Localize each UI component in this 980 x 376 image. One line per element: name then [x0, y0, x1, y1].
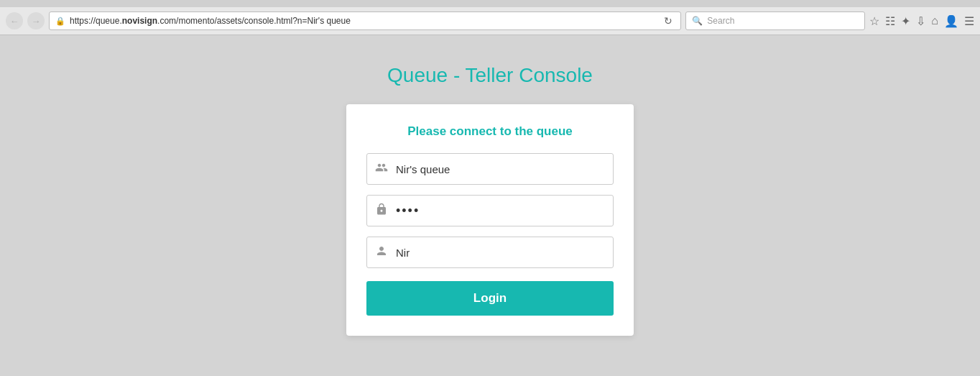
search-icon: 🔍: [692, 16, 703, 26]
browser-toolbar: ← → 🔒 https://queue.novisign.com/momento…: [0, 7, 980, 35]
home-icon[interactable]: ⌂: [931, 14, 938, 27]
back-button[interactable]: ←: [6, 12, 23, 29]
pocket-icon[interactable]: ✦: [901, 14, 910, 28]
bookmark-icon[interactable]: ☆: [869, 14, 879, 28]
name-field-group: [366, 237, 614, 268]
sync-icon[interactable]: 👤: [944, 14, 958, 28]
browser-tabs: [0, 0, 980, 7]
toolbar-icons: ☆ ☷ ✦ ⇩ ⌂ 👤 ☰: [869, 14, 974, 28]
user-icon: [374, 244, 389, 260]
forward-button[interactable]: →: [27, 12, 45, 29]
page-title: Queue - Teller Console: [387, 64, 593, 87]
login-card: Please connect to the queue: [346, 104, 634, 336]
queue-field-group: [366, 153, 614, 185]
queue-icon: [374, 161, 389, 177]
search-placeholder: Search: [707, 16, 734, 26]
page-content: Queue - Teller Console Please connect to…: [0, 35, 980, 376]
lock-field-icon: [374, 203, 389, 219]
browser-chrome: ← → 🔒 https://queue.novisign.com/momento…: [0, 0, 980, 35]
name-input[interactable]: [396, 247, 606, 259]
search-bar[interactable]: 🔍 Search: [685, 12, 865, 30]
url-prefix: https://queue.: [70, 16, 122, 26]
card-subtitle: Please connect to the queue: [366, 124, 614, 139]
reload-button[interactable]: ↻: [662, 15, 675, 27]
reading-list-icon[interactable]: ☷: [885, 14, 895, 28]
url-domain-bold: novisign: [122, 16, 157, 26]
password-input[interactable]: [396, 203, 606, 219]
url-suffix: .com/momento/assets/console.html?n=Nir's…: [157, 16, 351, 26]
lock-icon: 🔒: [55, 17, 65, 26]
address-bar[interactable]: 🔒 https://queue.novisign.com/momento/ass…: [49, 12, 681, 30]
menu-icon[interactable]: ☰: [964, 14, 974, 28]
login-button[interactable]: Login: [366, 281, 614, 316]
queue-input[interactable]: [396, 163, 606, 175]
url-display: https://queue.novisign.com/momento/asset…: [70, 16, 657, 26]
password-field-group: [366, 195, 614, 226]
download-icon[interactable]: ⇩: [916, 14, 925, 28]
